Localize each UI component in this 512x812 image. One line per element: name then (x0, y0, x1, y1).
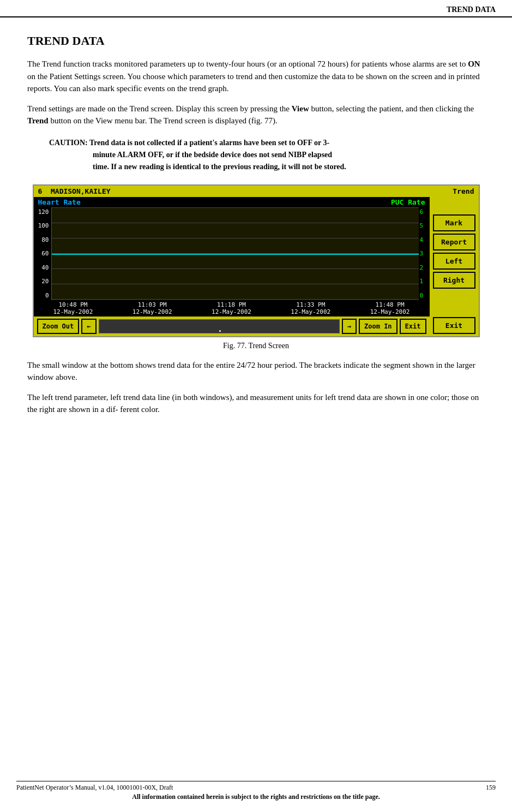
grid-line (52, 207, 419, 208)
mark-button[interactable]: Mark (433, 214, 475, 231)
mini-chart (99, 319, 340, 333)
screen-title: Trend (453, 187, 474, 195)
btn-spacer-2 (433, 291, 475, 315)
patient-info: 6 MADISON,KAILEY (38, 187, 111, 195)
graph-wrapper: 120 100 80 60 40 20 0 (34, 207, 430, 300)
figure-caption-text: Fig. 77. Trend Screen (223, 342, 289, 350)
footer-disclaimer-text: All information contained herein is subj… (132, 793, 380, 801)
zoom-in-button[interactable]: Zoom In (359, 319, 397, 334)
chart-column: Heart Rate PUC Rate 120 100 80 60 40 20 (34, 197, 430, 336)
trend-buttons: Mark Report Left Right Exit (430, 197, 479, 336)
page-title: TREND DATA (27, 34, 485, 48)
paragraph-1: The Trend function tracks monitored para… (27, 58, 485, 95)
mini-dot (219, 330, 221, 332)
zoom-out-button[interactable]: Zoom Out (37, 319, 80, 334)
grid-line (52, 268, 419, 269)
graph-canvas (51, 207, 419, 300)
y-axis-right: 6 5 4 3 2 1 0 (419, 207, 430, 300)
figure-container: 6 MADISON,KAILEY Trend Heart Rate PUC Ra… (33, 184, 480, 337)
param-labels: Heart Rate PUC Rate (34, 197, 430, 207)
footer-manual: PatientNet Operator’s Manual, v1.04, 100… (16, 784, 173, 792)
x-label-3: 11:18 PM12-May-2002 (212, 301, 251, 315)
caution-text: Trend data is not collected if a patient… (89, 139, 329, 147)
grid-line (52, 299, 419, 300)
trend-top-bar: 6 MADISON,KAILEY Trend (34, 186, 479, 197)
paragraph-3: The small window at the bottom shows tre… (27, 359, 485, 384)
footer-disclaimer: All information contained herein is subj… (16, 793, 496, 801)
trend-bottom-bar: Zoom Out ← → Zoom In Exit (34, 317, 430, 336)
heart-rate-label: Heart Rate (38, 198, 81, 206)
caution-label: CAUTION: (49, 139, 88, 147)
report-button[interactable]: Report (433, 234, 475, 250)
x-axis: 10:48 PM12-May-2002 11:03 PM12-May-2002 … (34, 300, 430, 317)
paragraph-2: Trend settings are made on the Trend scr… (27, 103, 485, 127)
page-header: TREND DATA (0, 0, 512, 17)
grid-line (52, 238, 419, 238)
x-label-4: 11:33 PM12-May-2002 (291, 301, 330, 315)
patient-name: MADISON,KAILEY (51, 187, 111, 195)
exit-button[interactable]: Exit (433, 317, 475, 334)
caution-block: CAUTION: Trend data is not collected if … (49, 137, 485, 174)
caution-indent: minute ALARM OFF, or if the bedside devi… (93, 149, 485, 174)
y-axis-left: 120 100 80 60 40 20 0 (34, 207, 51, 300)
right-arrow-button[interactable]: → (342, 319, 357, 334)
footer-page: 159 (486, 784, 496, 792)
left-button[interactable]: Left (433, 253, 475, 270)
patient-num: 6 (38, 187, 43, 195)
trend-main: Heart Rate PUC Rate 120 100 80 60 40 20 (34, 197, 479, 336)
left-arrow-button[interactable]: ← (81, 319, 96, 334)
bottom-exit-button[interactable]: Exit (400, 319, 426, 334)
btn-spacer (433, 199, 475, 212)
grid-line (52, 284, 419, 284)
x-label-1: 10:48 PM12-May-2002 (53, 301, 93, 315)
page-content: TREND DATA The Trend function tracks mon… (0, 17, 512, 434)
page-footer: PatientNet Operator’s Manual, v1.04, 100… (16, 781, 496, 801)
grid-line (52, 223, 419, 223)
trend-screen: 6 MADISON,KAILEY Trend Heart Rate PUC Ra… (33, 184, 480, 337)
paragraph-4: The left trend parameter, left trend dat… (27, 391, 485, 416)
header-title: TREND DATA (447, 5, 496, 14)
figure-caption: Fig. 77. Trend Screen (27, 342, 485, 350)
footer-line1: PatientNet Operator’s Manual, v1.04, 100… (16, 784, 496, 792)
x-label-5: 11:48 PM12-May-2002 (370, 301, 410, 315)
right-button[interactable]: Right (433, 272, 475, 289)
trend-line-hr (52, 254, 419, 255)
pvc-label: PUC Rate (391, 198, 425, 206)
x-label-2: 11:03 PM12-May-2002 (132, 301, 172, 315)
